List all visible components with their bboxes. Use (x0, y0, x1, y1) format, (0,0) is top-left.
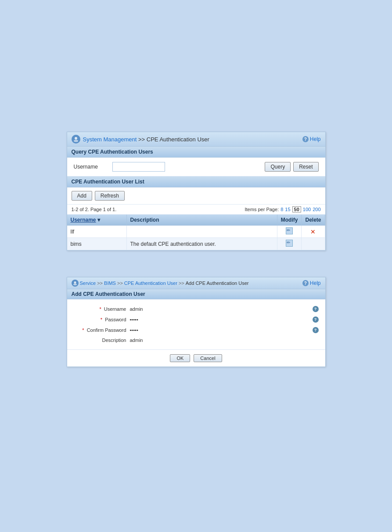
required-star: * (82, 327, 85, 333)
items-per-page: Items per Page: 8 15 50 100 200 (245, 206, 321, 212)
form-field-value: ••••• (130, 317, 309, 322)
cell-username: bims (67, 238, 127, 250)
form-row: * Usernameadmin? (67, 304, 325, 314)
breadcrumb: System Management >> CPE Authentication … (83, 136, 209, 143)
ok-button[interactable]: OK (170, 354, 190, 362)
panel2-help-icon: ? (302, 280, 309, 286)
reset-button[interactable]: Reset (293, 162, 318, 172)
table-header-row: Username ▾ Description Modify Delete (67, 215, 325, 226)
panel2-header: Service >> BIMS >> CPE Authentication Us… (67, 277, 325, 289)
list-toolbar: Add Refresh (67, 187, 325, 205)
form-field-value: admin (130, 338, 319, 343)
cell-description (126, 226, 277, 238)
field-help-icon[interactable]: ? (313, 327, 319, 333)
col-description: Description (126, 215, 277, 226)
page-option-200[interactable]: 200 (313, 207, 320, 212)
required-star: * (99, 306, 102, 312)
cpe-auth-link[interactable]: CPE Authentication User (124, 280, 177, 286)
add-cpe-breadcrumb: Add CPE Authentication User (186, 280, 249, 286)
form-label: * Password (74, 317, 126, 322)
col-modify: Modify (277, 215, 302, 226)
cell-delete (302, 238, 325, 250)
edit-icon[interactable] (286, 240, 293, 247)
username-sort-link[interactable]: Username (71, 217, 96, 223)
field-help-icon[interactable]: ? (313, 316, 319, 323)
cell-delete: ✕ (302, 226, 325, 238)
cell-description: The default CPE authentication user. (126, 238, 277, 250)
query-row: Username Query Reset (74, 162, 319, 172)
delete-icon[interactable]: ✕ (309, 228, 316, 235)
add-button[interactable]: Add (72, 191, 92, 201)
panel-cpe-auth-user-list: System Management >> CPE Authentication … (67, 132, 326, 251)
form-footer: OK Cancel (67, 349, 325, 367)
page-option-50-active[interactable]: 50 (292, 206, 301, 212)
system-management-link[interactable]: System Management (83, 136, 137, 143)
col-delete: Delete (302, 215, 325, 226)
cell-username: llf (67, 226, 127, 238)
username-label: Username (74, 164, 109, 170)
help-link[interactable]: ? Help (302, 136, 321, 142)
user-table: Username ▾ Description Modify Delete llf… (67, 215, 325, 250)
add-form-section-header: Add CPE Authentication User (67, 289, 325, 299)
cell-modify (277, 238, 302, 250)
panel2-help-link[interactable]: ? Help (302, 280, 321, 286)
field-help-icon[interactable]: ? (313, 306, 319, 312)
form-label: Description (74, 338, 126, 343)
panel-header: System Management >> CPE Authentication … (67, 132, 325, 147)
form-row: * Password•••••? (67, 314, 325, 325)
panel2-breadcrumb: Service >> BIMS >> CPE Authentication Us… (72, 280, 249, 287)
form-label: * Username (74, 306, 126, 312)
user-table-body: llf✕bimsThe default CPE authentication u… (67, 226, 325, 250)
query-section: Username Query Reset (67, 158, 325, 176)
form-row: Descriptionadmin (67, 335, 325, 345)
form-field-value: ••••• (130, 327, 309, 333)
svg-point-2 (74, 281, 76, 284)
page-option-8[interactable]: 8 (281, 207, 283, 212)
panel-add-cpe-auth-user: Service >> BIMS >> CPE Authentication Us… (67, 277, 326, 367)
query-button[interactable]: Query (265, 162, 291, 172)
table-row: llf✕ (67, 226, 325, 238)
service-link[interactable]: Service (80, 280, 96, 286)
refresh-button[interactable]: Refresh (95, 191, 125, 201)
required-star: * (101, 317, 104, 322)
form-row: * Confirm Password•••••? (67, 325, 325, 335)
cell-modify (277, 226, 302, 238)
header-left: System Management >> CPE Authentication … (72, 135, 209, 144)
col-username: Username ▾ (67, 215, 127, 226)
help-icon: ? (302, 136, 309, 142)
edit-icon[interactable] (286, 227, 293, 234)
list-section-header: CPE Authentication User List (67, 176, 325, 187)
system-icon (72, 135, 80, 144)
query-buttons: Query Reset (265, 162, 318, 172)
table-row: bimsThe default CPE authentication user. (67, 238, 325, 250)
svg-point-0 (75, 137, 77, 140)
bims-link[interactable]: BIMS (104, 280, 116, 286)
page-option-100[interactable]: 100 (303, 207, 311, 212)
svg-point-3 (73, 284, 77, 285)
form-field-value: admin (130, 306, 309, 312)
form-body: * Usernameadmin?* Password•••••?* Confir… (67, 299, 325, 349)
form-label: * Confirm Password (74, 327, 126, 333)
panel2-icon (72, 280, 79, 287)
svg-point-1 (74, 140, 78, 142)
pagination-info: 1-2 of 2. Page 1 of 1. Items per Page: 8… (67, 205, 325, 215)
query-section-header: Query CPE Authentication Users (67, 147, 325, 158)
cancel-button[interactable]: Cancel (194, 354, 222, 362)
username-search-input[interactable] (112, 162, 165, 172)
page-option-15[interactable]: 15 (285, 207, 290, 212)
